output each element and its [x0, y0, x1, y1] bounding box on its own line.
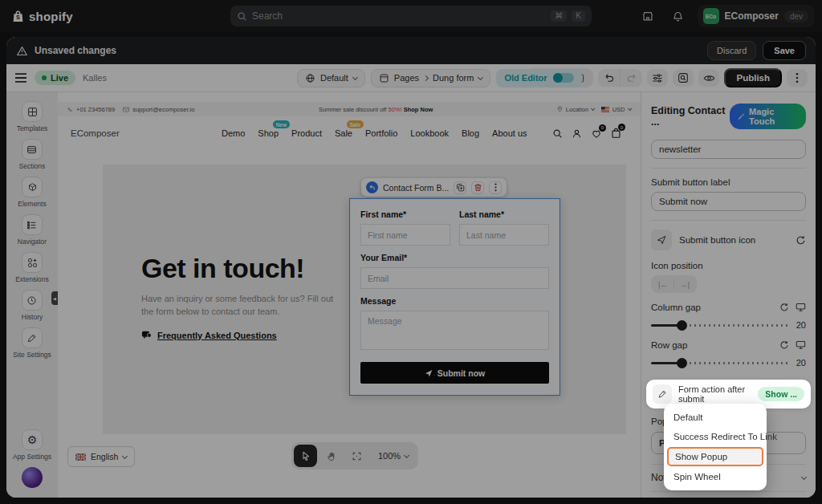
dropdown-option-default[interactable]: Default — [664, 408, 767, 427]
dropdown-option-show-popup-highlight: Show Popup — [667, 447, 763, 466]
dropdown-option-show-popup[interactable]: Show Popup — [669, 449, 762, 465]
form-action-label: Form action after submit — [678, 384, 751, 404]
form-action-dropdown: Default Success Redirect To Link Show Po… — [664, 404, 767, 490]
form-action-value-badge[interactable]: Show ... — [758, 387, 804, 401]
dropdown-option-success-redirect[interactable]: Success Redirect To Link — [664, 427, 767, 446]
pencil-icon — [653, 384, 672, 404]
dropdown-option-spin-wheel[interactable]: Spin Wheel — [664, 467, 767, 486]
